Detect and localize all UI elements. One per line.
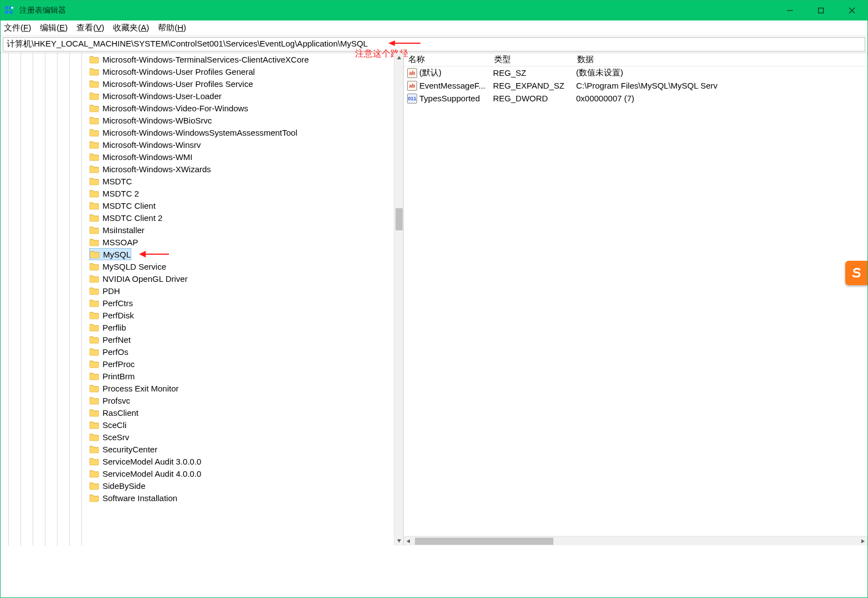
tree-item[interactable]: PDH — [1, 285, 394, 297]
tree-item[interactable]: SceCli — [1, 419, 394, 431]
svg-marker-15 — [407, 539, 410, 543]
svg-rect-3 — [9, 11, 13, 14]
hscroll-left-button[interactable] — [404, 537, 413, 545]
svg-marker-12 — [397, 539, 401, 543]
tree-item-label: MsiInstaller — [102, 225, 145, 235]
tree-item-label: MSDTC — [102, 177, 132, 186]
annotation-arrow-path — [388, 38, 422, 48]
menu-file[interactable]: 文件(F) — [4, 23, 31, 33]
tree-item-label: MySQLD Service — [102, 262, 166, 271]
tree-item-label: Process Exit Monitor — [102, 384, 179, 393]
tree-item[interactable]: Microsoft-Windows-Video-For-Windows — [1, 102, 394, 114]
value-list[interactable]: ab(默认)REG_SZ(数值未设置)abEventMessageF...REG… — [404, 66, 867, 105]
tree-scrollbar[interactable] — [394, 53, 403, 545]
tree-item-label: Microsoft-Windows-WMI — [102, 152, 193, 162]
tree-item[interactable]: RasClient — [1, 406, 394, 419]
value-data: 0x00000007 (7) — [573, 94, 867, 103]
tree-item[interactable]: MSSOAP — [1, 236, 394, 248]
tree-item[interactable]: MySQL — [89, 248, 131, 260]
scroll-thumb[interactable] — [396, 208, 403, 230]
annotation-arrow-mysql — [139, 249, 170, 259]
tree-item-label: RasClient — [102, 408, 138, 417]
address-path: 计算机\HKEY_LOCAL_MACHINE\SYSTEM\ControlSet… — [7, 39, 368, 48]
menu-edit[interactable]: 编辑(E) — [40, 23, 68, 33]
hscroll-right-button[interactable] — [858, 537, 867, 545]
content-area: Microsoft-Windows-TerminalServices-Clien… — [1, 53, 867, 545]
tree-item[interactable]: MySQLD Service — [1, 260, 394, 272]
tree-item-label: PerfOs — [102, 347, 129, 357]
scroll-down-button[interactable] — [394, 536, 404, 545]
value-name: (默认) — [419, 68, 441, 78]
maximize-button[interactable] — [805, 1, 836, 20]
tree-item[interactable]: Microsoft-Windows-WindowsSystemAssessmen… — [1, 126, 394, 138]
tree-item[interactable]: Microsoft-Windows-XWizards — [1, 163, 394, 175]
tree-item[interactable]: MSDTC — [1, 175, 394, 187]
tree-item-label: PDH — [102, 286, 120, 296]
tree-item[interactable]: Microsoft-Windows-TerminalServices-Clien… — [1, 53, 394, 65]
tree-item[interactable]: Perflib — [1, 321, 394, 333]
tree-item[interactable]: MsiInstaller — [1, 224, 394, 236]
sogou-ime-widget[interactable] — [845, 261, 867, 285]
menu-help[interactable]: 帮助(H) — [158, 23, 186, 33]
tree-item[interactable]: PerfCtrs — [1, 297, 394, 309]
tree-item[interactable]: SecurityCenter — [1, 443, 394, 455]
tree-item-label: SideBySide — [102, 481, 146, 491]
tree-item-label: Microsoft-Windows-User-Loader — [102, 91, 222, 101]
value-data: C:\Program Files\MySQL\MySQL Serv — [573, 81, 867, 90]
scroll-up-button[interactable] — [394, 53, 404, 63]
regedit-icon — [4, 5, 15, 16]
values-hscrollbar[interactable] — [404, 536, 867, 545]
tree-item[interactable]: PerfDisk — [1, 309, 394, 321]
binary-value-icon: 011 — [407, 94, 417, 104]
tree-item[interactable]: MSDTC 2 — [1, 187, 394, 199]
tree-item[interactable]: NVIDIA OpenGL Driver — [1, 272, 394, 285]
menu-favorites[interactable]: 收藏夹(A) — [113, 23, 149, 33]
tree-item[interactable]: Microsoft-Windows-WBioSrvc — [1, 114, 394, 126]
tree-item[interactable]: PerfNet — [1, 333, 394, 346]
tree-item[interactable]: ServiceModel Audit 3.0.0.0 — [1, 455, 394, 467]
tree-item[interactable]: MSDTC Client 2 — [1, 212, 394, 224]
tree-item-label: Microsoft-Windows-XWizards — [102, 164, 211, 174]
tree-item[interactable]: SceSrv — [1, 431, 394, 443]
value-row[interactable]: ab(默认)REG_SZ(数值未设置) — [404, 66, 867, 79]
value-type: REG_DWORD — [490, 94, 573, 103]
tree-item[interactable]: MSDTC Client — [1, 199, 394, 212]
tree-item-label: PrintBrm — [102, 372, 135, 381]
tree-item-label: NVIDIA OpenGL Driver — [102, 274, 188, 283]
tree-item[interactable]: Profsvc — [1, 394, 394, 406]
registry-tree[interactable]: Microsoft-Windows-TerminalServices-Clien… — [1, 53, 394, 545]
tree-item-label: Profsvc — [102, 396, 130, 405]
tree-item[interactable]: Microsoft-Windows-User-Loader — [1, 90, 394, 102]
value-type: REG_EXPAND_SZ — [490, 81, 573, 90]
tree-item-label: Microsoft-Windows-User Profiles Service — [102, 79, 253, 89]
column-header-data[interactable]: 数据 — [573, 54, 867, 65]
hscroll-thumb[interactable] — [415, 538, 553, 545]
address-bar[interactable]: 计算机\HKEY_LOCAL_MACHINE\SYSTEM\ControlSet… — [3, 37, 865, 51]
tree-item-label: ServiceModel Audit 4.0.0.0 — [102, 469, 201, 478]
tree-item[interactable]: PerfProc — [1, 358, 394, 370]
tree-item-label: MSSOAP — [102, 238, 138, 247]
tree-item[interactable]: Microsoft-Windows-Winsrv — [1, 138, 394, 151]
value-row[interactable]: 011TypesSupportedREG_DWORD0x00000007 (7) — [404, 92, 867, 105]
tree-item-label: MSDTC 2 — [102, 189, 139, 198]
tree-item-label: SceCli — [102, 420, 126, 430]
tree-item[interactable]: PrintBrm — [1, 370, 394, 382]
tree-item[interactable]: Microsoft-Windows-WMI — [1, 151, 394, 163]
minimize-button[interactable] — [774, 1, 805, 20]
column-header-type[interactable]: 类型 — [490, 54, 573, 65]
tree-item-label: Microsoft-Windows-User Profiles General — [102, 67, 255, 76]
tree-item[interactable]: Process Exit Monitor — [1, 382, 394, 394]
column-header-name[interactable]: 名称 — [404, 54, 490, 65]
tree-item[interactable]: Microsoft-Windows-User Profiles Service — [1, 78, 394, 90]
value-row[interactable]: abEventMessageF...REG_EXPAND_SZC:\Progra… — [404, 79, 867, 92]
tree-item[interactable]: SideBySide — [1, 480, 394, 492]
tree-item[interactable]: PerfOs — [1, 346, 394, 358]
tree-item[interactable]: Software Installation — [1, 492, 394, 504]
tree-item[interactable]: ServiceModel Audit 4.0.0.0 — [1, 467, 394, 480]
close-button[interactable] — [836, 1, 867, 20]
tree-item-label: PerfCtrs — [102, 298, 133, 308]
svg-marker-16 — [861, 539, 865, 543]
tree-item[interactable]: Microsoft-Windows-User Profiles General — [1, 65, 394, 78]
menu-view[interactable]: 查看(V) — [76, 23, 104, 33]
tree-item-label: Microsoft-Windows-Video-For-Windows — [102, 104, 248, 113]
